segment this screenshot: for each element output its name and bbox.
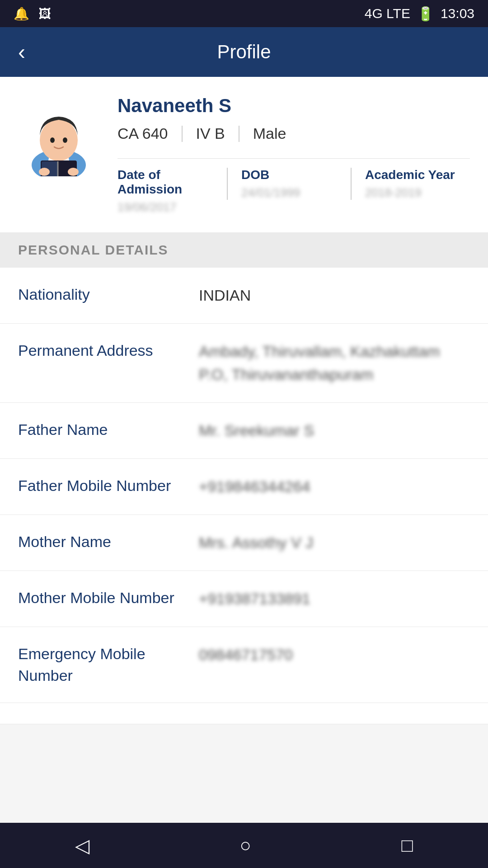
stat-admission-label: Date of Admission (117, 168, 222, 197)
network-label: 4G LTE (365, 6, 410, 21)
value-emergency-mobile: 09846717570 (199, 643, 470, 666)
meta-divider-1 (182, 126, 183, 142)
nav-bar: ◁ ○ □ (0, 823, 488, 868)
table-row: Father Name Mr. Sreekumar S (0, 403, 488, 459)
table-row: Mother Name Mrs. Assothy V J (0, 515, 488, 571)
status-right: 4G LTE 🔋 13:03 (365, 6, 474, 22)
profile-info: Navaneeth S CA 640 IV B Male Date of Adm… (117, 95, 470, 214)
svg-point-2 (40, 119, 78, 161)
stat-academic-value: 2018-2019 (365, 186, 470, 200)
label-address: Permanent Address (18, 340, 190, 362)
svg-point-10 (68, 168, 79, 176)
label-father-name: Father Name (18, 419, 190, 441)
table-row: Permanent Address Ambady, Thiruvallam, K… (0, 324, 488, 403)
profile-meta: CA 640 IV B Male (117, 125, 470, 142)
stat-dob: DOB 24/01/1999 (227, 168, 346, 200)
status-left: 🔔 🖼 (14, 6, 51, 21)
back-button[interactable]: ‹ (18, 41, 25, 63)
section: IV B (196, 125, 225, 142)
detail-list: Nationality INDIAN Permanent Address Amb… (0, 268, 488, 724)
value-mother-mobile: +919387133891 (199, 587, 470, 610)
personal-details-header: PERSONAL DETAILS (0, 232, 488, 268)
profile-stats: Date of Admission 19/06/2017 DOB 24/01/1… (117, 158, 470, 214)
stat-academic-label: Academic Year (365, 168, 470, 182)
avatar (18, 95, 99, 176)
label-nationality: Nationality (18, 284, 190, 306)
profile-name: Navaneeth S (117, 95, 470, 117)
stat-dob-label: DOB (241, 168, 346, 182)
value-father-name: Mr. Sreekumar S (199, 419, 470, 442)
svg-point-4 (63, 137, 67, 143)
label-father-mobile: Father Mobile Number (18, 475, 190, 497)
label-mother-name: Mother Name (18, 531, 190, 553)
value-address: Ambady, Thiruvallam, Kazhakuttam P.O, Th… (199, 340, 470, 386)
gender: Male (253, 125, 286, 142)
svg-point-9 (39, 168, 50, 176)
nav-home-button[interactable]: ○ (240, 835, 251, 856)
stat-admission-value: 19/06/2017 (117, 200, 222, 214)
notification-icon: 🔔 (14, 6, 29, 21)
stat-academic: Academic Year 2018-2019 (351, 168, 470, 200)
app-bar: ‹ Profile (0, 27, 488, 77)
nav-back-button[interactable]: ◁ (75, 835, 89, 857)
meta-divider-2 (239, 126, 239, 142)
stat-admission: Date of Admission 19/06/2017 (117, 168, 222, 214)
table-row: Father Mobile Number +919846344264 (0, 459, 488, 515)
value-nationality: INDIAN (199, 284, 470, 307)
status-bar: 🔔 🖼 4G LTE 🔋 13:03 (0, 0, 488, 27)
stat-dob-value: 24/01/1999 (241, 186, 346, 200)
value-father-mobile: +919846344264 (199, 475, 470, 498)
table-row: Emergency Mobile Number 09846717570 (0, 627, 488, 703)
nav-recent-button[interactable]: □ (401, 835, 413, 856)
table-row (0, 703, 488, 724)
image-icon: 🖼 (38, 6, 51, 21)
profile-card: Navaneeth S CA 640 IV B Male Date of Adm… (0, 77, 488, 232)
value-mother-name: Mrs. Assothy V J (199, 531, 470, 554)
roll-number: CA 640 (117, 125, 168, 142)
clock: 13:03 (441, 6, 474, 21)
table-row: Mother Mobile Number +919387133891 (0, 571, 488, 627)
page-title: Profile (217, 41, 271, 63)
table-row: Nationality INDIAN (0, 268, 488, 324)
label-mother-mobile: Mother Mobile Number (18, 587, 190, 609)
label-emergency-mobile: Emergency Mobile Number (18, 643, 190, 686)
battery-icon: 🔋 (417, 6, 434, 22)
svg-point-3 (50, 137, 55, 143)
